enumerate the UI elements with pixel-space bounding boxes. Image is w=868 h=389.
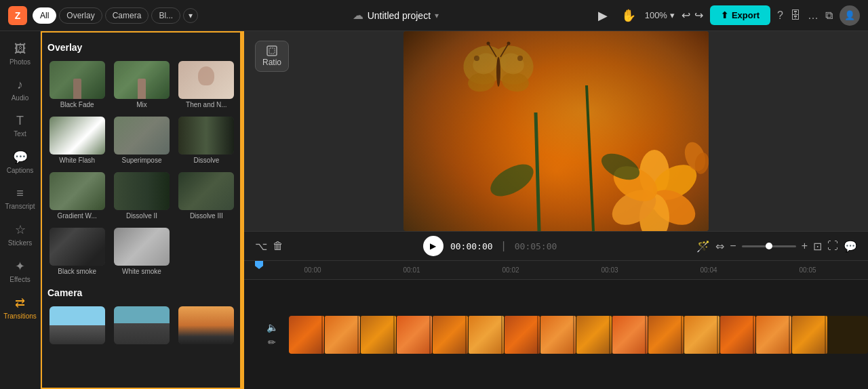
timeline-play-button[interactable]: ▶ xyxy=(423,236,443,256)
preview-area: Ratio xyxy=(244,31,868,389)
zoom-chevron-icon: ▾ xyxy=(670,10,675,20)
transition-label-mix: Mix xyxy=(114,101,170,108)
app-logo: Z xyxy=(8,6,27,25)
transition-dissolve-ii[interactable]: Dissolve II xyxy=(112,171,171,221)
track-cell[interactable] xyxy=(325,316,360,354)
track-cell[interactable] xyxy=(684,316,719,354)
hand-tool-button[interactable]: ✋ xyxy=(619,6,638,25)
audio-icon: ♪ xyxy=(17,78,23,92)
preview-image xyxy=(403,31,709,231)
sidebar-item-audio[interactable]: ♪ Audio xyxy=(3,73,38,107)
preview-play-button[interactable]: ▶ xyxy=(593,6,612,25)
transition-thumb-dissolve-ii xyxy=(114,172,170,210)
magic-button[interactable]: 🪄 xyxy=(696,240,710,253)
trim-button[interactable]: ⌥ xyxy=(255,240,267,253)
track-cell[interactable] xyxy=(612,316,648,354)
track-cell[interactable] xyxy=(576,316,612,354)
fullscreen-button[interactable]: ⛶ xyxy=(827,240,838,252)
mute-button[interactable]: 🔈 xyxy=(267,322,278,333)
track-cell[interactable] xyxy=(720,316,755,354)
zoom-slider[interactable] xyxy=(742,245,796,247)
sidebar-item-photos[interactable]: 🖼 Photos xyxy=(3,37,38,71)
total-timecode: 00:05:00 xyxy=(515,241,557,251)
filter-all-button[interactable]: All xyxy=(33,7,56,24)
transition-label-white-flash: White Flash xyxy=(50,157,105,164)
transition-black-smoke[interactable]: Black smoke xyxy=(47,226,106,277)
track-cell[interactable] xyxy=(792,316,827,354)
filter-buttons: All Overlay Camera Bl... ▾ xyxy=(33,7,198,24)
stems-svg xyxy=(403,31,709,231)
transition-then-and-now[interactable]: Then and N... xyxy=(177,60,236,110)
zoom-in-button[interactable]: + xyxy=(802,240,808,252)
edit-mode-button[interactable]: ✏ xyxy=(268,337,276,348)
user-avatar[interactable]: 👤 xyxy=(840,5,860,26)
sidebar-item-captions[interactable]: 💬 Captions xyxy=(3,144,38,180)
project-chevron-icon[interactable]: ▾ xyxy=(435,11,439,20)
sidebar-item-text[interactable]: T Text xyxy=(3,108,38,143)
transition-dissolve[interactable]: Dissolve xyxy=(177,115,236,165)
transition-thumb-cam2 xyxy=(114,306,170,344)
svg-point-27 xyxy=(597,148,644,185)
track-cell[interactable] xyxy=(433,316,468,354)
transition-cam1[interactable] xyxy=(47,305,106,348)
timeline-ruler: 00:00 00:01 00:02 00:03 00:04 00:05 xyxy=(244,261,868,280)
transition-cam2[interactable] xyxy=(112,305,171,348)
sidebar-item-transitions[interactable]: ⇄ Transitions xyxy=(3,290,38,325)
track-cell[interactable] xyxy=(756,316,791,354)
track-cell[interactable] xyxy=(540,316,576,354)
panel-resize-handle[interactable] xyxy=(240,31,243,389)
transition-black-fade[interactable]: Black Fade xyxy=(47,60,106,110)
ratio-icon xyxy=(267,45,277,56)
transition-thumb-superimpose xyxy=(114,117,170,155)
transition-mix[interactable]: Mix xyxy=(112,60,171,110)
sidebar-item-transcript[interactable]: ≡ Transcript xyxy=(3,181,38,216)
zoom-level-label: 100% xyxy=(645,10,667,20)
help-button[interactable]: ? xyxy=(777,9,783,22)
ratio-button[interactable]: Ratio xyxy=(255,41,289,72)
overlay-grid: Black Fade Mix Then and N... xyxy=(47,60,236,277)
sidebar-item-stickers[interactable]: ☆ Stickers xyxy=(3,217,38,252)
transition-superimpose[interactable]: Superimpose xyxy=(112,115,171,165)
delete-button[interactable]: 🗑 xyxy=(273,240,283,252)
export-button[interactable]: ⬆ Export xyxy=(710,5,770,25)
transition-cam3[interactable] xyxy=(177,305,236,348)
transition-label-black-fade: Black Fade xyxy=(50,101,105,108)
fit-button[interactable]: ⊡ xyxy=(813,240,822,253)
track-cell[interactable] xyxy=(469,316,504,354)
sidebar-item-transitions-label: Transitions xyxy=(3,312,37,320)
track-cell[interactable] xyxy=(505,316,540,354)
comment-button[interactable]: 💬 xyxy=(844,240,857,253)
transition-gradient-w[interactable]: Gradient W... xyxy=(47,171,106,221)
cloud-icon: ☁ xyxy=(353,9,363,22)
transition-label-then-and-now: Then and N... xyxy=(178,101,234,108)
transition-white-flash[interactable]: White Flash xyxy=(47,115,106,165)
zoom-control[interactable]: 100% ▾ xyxy=(645,10,675,20)
track-content[interactable] xyxy=(289,316,868,354)
storage-button[interactable]: 🗄 xyxy=(790,9,801,22)
split-clip-button[interactable]: ⇔ xyxy=(715,240,724,253)
transition-dissolve-iii[interactable]: Dissolve III xyxy=(177,171,236,221)
undo-button[interactable]: ↩ xyxy=(682,9,690,22)
track-cell[interactable] xyxy=(648,316,684,354)
export-label: Export xyxy=(732,10,760,20)
filter-blur-button[interactable]: Bl... xyxy=(151,7,180,24)
sidebar-item-effects[interactable]: ✦ Effects xyxy=(3,253,38,289)
topbar: Z All Overlay Camera Bl... ▾ ☁ Untitled … xyxy=(0,0,868,31)
ruler-mark-2: 00:02 xyxy=(461,266,560,274)
filter-more-button[interactable]: ▾ xyxy=(183,8,198,23)
timeline-right-controls: 🪄 ⇔ − + ⊡ ⛶ 💬 xyxy=(696,240,857,253)
track-cell[interactable] xyxy=(289,316,324,354)
transition-white-smoke[interactable]: White smoke xyxy=(112,226,171,277)
sidebar-item-text-label: Text xyxy=(14,130,26,138)
timeline-left-buttons: ⌥ 🗑 xyxy=(255,240,283,253)
split-view-button[interactable]: ⧉ xyxy=(825,9,833,22)
zoom-out-button[interactable]: − xyxy=(730,240,736,252)
track-cell[interactable] xyxy=(361,316,396,354)
more-options-button[interactable]: … xyxy=(808,9,818,22)
redo-button[interactable]: ↪ xyxy=(694,9,703,22)
ruler-mark-0: 00:00 xyxy=(263,266,362,274)
filter-camera-button[interactable]: Camera xyxy=(105,7,149,24)
filter-overlay-button[interactable]: Overlay xyxy=(59,7,102,24)
transition-thumb-black-smoke xyxy=(50,228,105,266)
track-cell[interactable] xyxy=(397,316,432,354)
